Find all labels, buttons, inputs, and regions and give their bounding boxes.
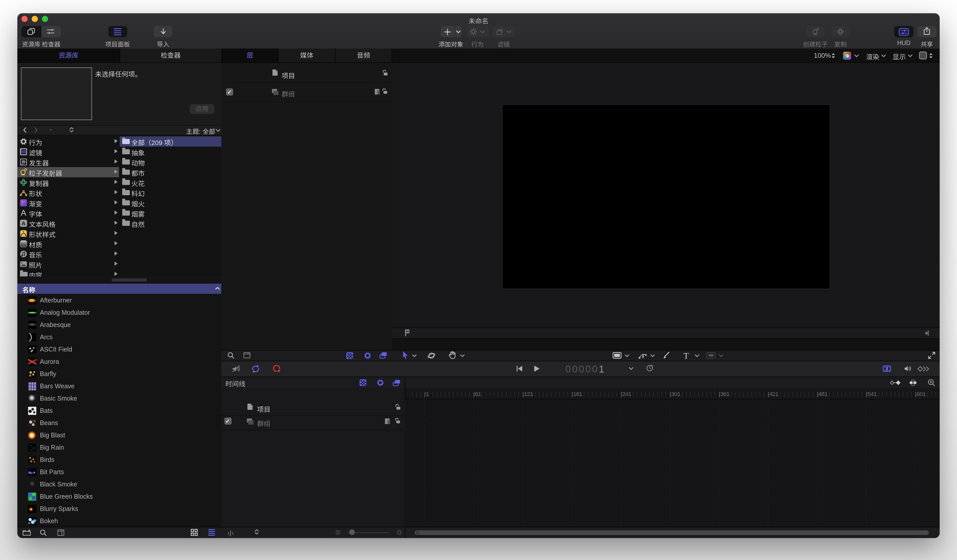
svg-text:2: 2 bbox=[23, 160, 25, 164]
